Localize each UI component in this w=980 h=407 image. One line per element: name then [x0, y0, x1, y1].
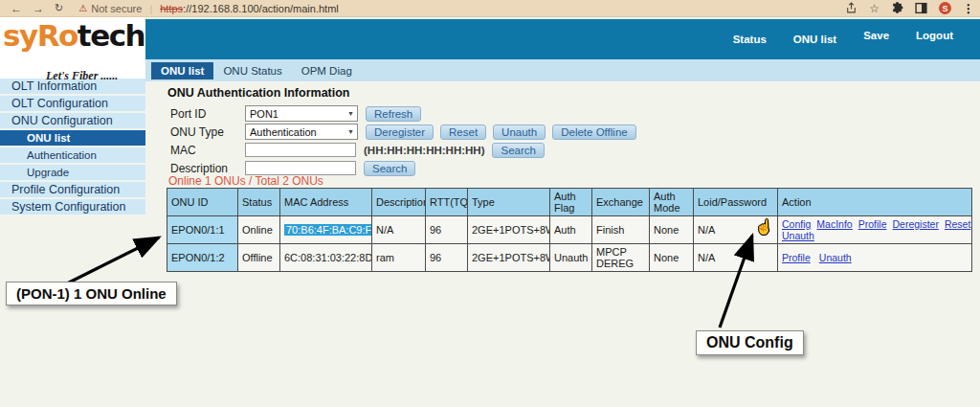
page: ← → ↻ ⚠ Not secure | https://192.168.8.1…	[0, 0, 980, 407]
bookmark-star-icon[interactable]: ☆	[869, 2, 880, 15]
sidebar-item-upgrade[interactable]: Upgrade	[0, 165, 145, 180]
mac-label: MAC	[170, 144, 245, 157]
action-macinfo-link[interactable]: MacInfo	[816, 218, 852, 230]
cell-description: ram	[372, 244, 426, 272]
tab-onu-list[interactable]: ONU list	[151, 62, 213, 79]
cell-auth-mode: None	[650, 244, 694, 272]
logo-part-black: tech	[78, 18, 145, 53]
tab-onu-status[interactable]: ONU Status	[213, 62, 291, 79]
onu-auth-form: Port ID PON1▼ Refresh ONU Type Authentic…	[170, 105, 643, 178]
col-auth-flag: Auth Flag	[550, 189, 592, 216]
deregister-button[interactable]: Deregister	[366, 124, 434, 140]
cell-onu-id: EPON0/1:2	[167, 244, 238, 272]
profile-avatar[interactable]: S	[939, 2, 951, 14]
share-icon[interactable]	[845, 2, 858, 14]
chevron-down-icon: ▼	[347, 110, 354, 117]
col-exchange: Exchange	[592, 189, 650, 216]
sidebar-item-profile-configuration[interactable]: Profile Configuration	[0, 182, 145, 197]
port-id-select[interactable]: PON1▼	[245, 105, 358, 122]
warning-icon: ⚠	[78, 4, 87, 13]
brand-logo: syRotech	[3, 18, 145, 53]
extensions-puzzle-icon[interactable]	[891, 2, 903, 14]
onu-type-label: ONU Type	[170, 125, 245, 139]
mac-input[interactable]	[245, 143, 356, 157]
col-description: Description	[372, 189, 426, 216]
reload-icon[interactable]: ↻	[55, 3, 63, 13]
col-auth-mode: Auth Mode	[650, 189, 694, 216]
action-reset-link[interactable]: Reset	[945, 218, 970, 230]
description-input[interactable]	[245, 161, 356, 175]
page-title: ONU Authentication Information	[167, 86, 350, 100]
cell-exchange: MPCP DEREG	[592, 244, 650, 272]
sidebar-item-onu-configuration[interactable]: ONU Configuration	[0, 113, 145, 128]
cell-type: 2GE+1POTS+8WiFi	[468, 244, 550, 272]
onu-count-summary: Online 1 ONUs / Total 2 ONUs	[168, 174, 323, 188]
logo-tagline: Let's Fiber ......	[46, 69, 118, 83]
tab-opm-diag[interactable]: OPM Diag	[292, 62, 362, 79]
col-onu-id: ONU ID	[167, 189, 238, 216]
onu-table: ONU ID Status MAC Address Description RT…	[167, 188, 972, 272]
sidebar-item-onu-list[interactable]: ONU list	[0, 130, 145, 146]
topnav-save[interactable]: Save	[863, 30, 889, 41]
col-status: Status	[238, 189, 280, 216]
logo-part-orange: syRo	[3, 18, 78, 53]
cell-description: N/A	[372, 216, 426, 244]
onu-type-value: Authentication	[250, 126, 317, 138]
cell-loid: N/A	[694, 244, 778, 272]
action-profile-link[interactable]: Profile	[782, 252, 811, 263]
sidebar-item-system-configuration[interactable]: System Configuration	[0, 199, 145, 215]
action-profile-link[interactable]: Profile	[858, 218, 887, 230]
onu-type-select[interactable]: Authentication▼	[245, 124, 358, 140]
table-header-row: ONU ID Status MAC Address Description RT…	[167, 189, 972, 216]
topnav-onu-list[interactable]: ONU list	[793, 34, 836, 45]
back-icon[interactable]: ←	[11, 3, 22, 14]
description-label: Description	[170, 162, 245, 175]
delete-offline-button[interactable]: Delete Offline	[552, 124, 635, 140]
col-action: Action	[778, 189, 972, 216]
topnav-logout[interactable]: Logout	[916, 30, 953, 41]
sidebar: OLT Information OLT Configuration ONU Co…	[0, 79, 145, 216]
cell-mac: 6C:08:31:03:22:8D	[280, 244, 372, 272]
arrow-to-online-row	[63, 237, 159, 285]
address-url[interactable]: https://192.168.8.100/action/main.html	[160, 3, 339, 14]
selected-mac-text: 70:B6:4F:BA:C9:F8	[284, 224, 372, 236]
refresh-button[interactable]: Refresh	[366, 106, 421, 122]
action-config-link[interactable]: Config	[782, 218, 811, 230]
topnav-status[interactable]: Status	[733, 34, 767, 45]
action-unauth-link[interactable]: Unauth	[782, 230, 814, 241]
cell-status: Online	[238, 216, 280, 244]
cell-rtt: 96	[426, 244, 468, 272]
logo-area: syRotech Let's Fiber ......	[0, 17, 145, 79]
forward-icon[interactable]: →	[33, 3, 44, 14]
cell-rtt: 96	[426, 216, 468, 244]
unauth-button[interactable]: Unauth	[493, 124, 546, 140]
annotation-pon-online: (PON-1) 1 ONU Online	[6, 282, 177, 305]
sidebar-item-authentication[interactable]: Authentication	[0, 147, 145, 163]
sidebar-item-olt-configuration[interactable]: OLT Configuration	[0, 96, 145, 111]
side-panel-icon[interactable]	[915, 2, 927, 14]
mac-search-button[interactable]: Search	[492, 143, 544, 158]
col-type: Type	[468, 189, 550, 216]
table-row: EPON0/1:2 Offline 6C:08:31:03:22:8D ram …	[167, 244, 972, 272]
description-search-button[interactable]: Search	[364, 161, 415, 176]
cell-mac: 70:B6:4F:BA:C9:F8	[280, 216, 372, 244]
cell-type: 2GE+1POTS+8WiFi	[468, 216, 550, 244]
action-unauth-link[interactable]: Unauth	[819, 252, 852, 263]
action-deregister-link[interactable]: Deregister	[892, 218, 938, 230]
top-navigation-bar: Status ONU list Save Logout	[145, 19, 980, 59]
port-id-value: PON1	[250, 108, 278, 120]
cell-action: Profile Unauth	[778, 244, 972, 272]
hand-cursor-icon: ☝	[755, 218, 773, 236]
reset-button[interactable]: Reset	[440, 124, 486, 140]
col-mac-address: MAC Address	[280, 189, 372, 216]
not-secure-label[interactable]: Not secure	[91, 3, 142, 14]
cell-exchange: Finish	[592, 216, 650, 244]
cell-action: ConfigMacInfoProfileDeregisterReset Unau…	[778, 216, 972, 244]
browser-menu-icon[interactable]: ⋮	[963, 2, 974, 15]
port-id-label: Port ID	[170, 107, 245, 121]
cell-onu-id: EPON0/1:1	[167, 216, 238, 244]
chevron-down-icon: ▼	[347, 128, 354, 135]
address-divider: |	[149, 3, 152, 14]
col-rtt: RTT(TQ)	[426, 189, 468, 216]
table-row: EPON0/1:1 Online 70:B6:4F:BA:C9:F8 N/A 9…	[167, 216, 972, 244]
